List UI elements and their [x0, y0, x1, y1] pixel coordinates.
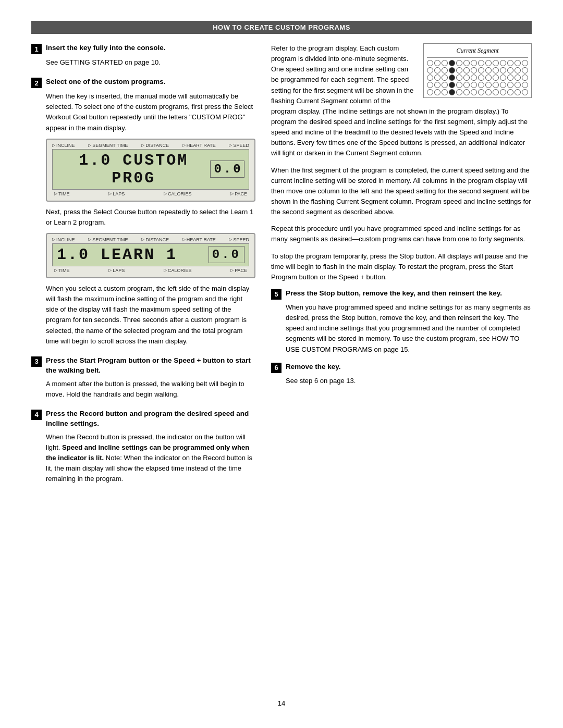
cs-cell-0-2 — [442, 60, 448, 66]
cs-cell-3-1 — [434, 82, 440, 88]
right-column: Current Segment Refer to the program dis… — [271, 43, 532, 684]
step-4-block: 4 Press the Record button and program th… — [31, 409, 255, 484]
step-4-title-row: 4 Press the Record button and program th… — [31, 409, 255, 429]
cs-cell-0-12 — [515, 60, 521, 66]
step-2-text-2: Next, press the Select Course button rep… — [46, 207, 255, 228]
cs-cell-2-0 — [427, 75, 433, 81]
step-2-block: 2 Select one of the custom programs. Whe… — [31, 77, 255, 347]
cs-cell-3-4 — [456, 82, 462, 88]
right-para-4-text: To stop the program temporarily, press t… — [271, 252, 528, 281]
cs-cell-3-3 — [449, 82, 455, 88]
step-5-number: 5 — [271, 289, 282, 300]
step-2-title-row: 2 Select one of the custom programs. — [31, 77, 255, 88]
cs-cell-2-1 — [434, 75, 440, 81]
lcd1-main-text: 1.0 CUSTOM PR0G — [57, 152, 210, 187]
cs-cell-1-11 — [507, 67, 513, 73]
step-4-text: When the Record button is pressed, the i… — [46, 432, 255, 485]
cs-cell-3-5 — [463, 82, 470, 88]
step-2-text: When the key is inserted, the manual mod… — [46, 91, 255, 133]
lcd2-label-incline: INCLINE — [52, 237, 75, 242]
current-segment-display: Current Segment — [423, 43, 532, 98]
cs-cell-3-2 — [442, 82, 448, 88]
step-3-title: Press the Start Program button or the Sp… — [46, 356, 255, 376]
cs-cell-4-11 — [507, 89, 513, 95]
step-2-body-2: Next, press the Select Course button rep… — [46, 207, 255, 228]
cs-cell-1-7 — [478, 67, 484, 73]
step-1-number: 1 — [31, 44, 42, 54]
page-number: 14 — [31, 694, 532, 707]
cs-cell-2-4 — [456, 75, 462, 81]
cs-cell-3-11 — [507, 82, 513, 88]
cs-cell-4-1 — [434, 89, 440, 95]
step-3-block: 3 Press the Start Program button or the … — [31, 356, 255, 400]
lcd1-label-incline: INCLINE — [52, 143, 75, 148]
step-6-number: 6 — [271, 363, 282, 373]
step-3-title-row: 3 Press the Start Program button or the … — [31, 356, 255, 376]
cs-cell-1-3 — [449, 67, 455, 73]
cs-cell-1-6 — [471, 67, 477, 73]
cs-cell-2-2 — [442, 75, 448, 81]
step-2-number: 2 — [31, 78, 42, 88]
lcd-panel-1: INCLINE SEGMENT TIME DISTANCE HEART RATE… — [46, 139, 255, 202]
step-5-text: When you have programmed speed and incli… — [286, 302, 532, 355]
lcd2-label-distance: DISTANCE — [141, 237, 169, 242]
lcd2-main-display: 1.0 LEARN 1 0.0 — [52, 243, 249, 266]
lcd1-main-display: 1.0 CUSTOM PR0G 0.0 — [52, 149, 249, 190]
step-2-body: When the key is inserted, the manual mod… — [46, 91, 255, 133]
cs-cell-0-5 — [463, 60, 470, 66]
lcd1-label-pace: PACE — [230, 191, 247, 196]
cs-cell-1-9 — [493, 67, 499, 73]
lcd1-label-calories: CALORIES — [164, 191, 192, 196]
step-5-block: 5 Press the Stop button, remove the key,… — [271, 289, 532, 355]
step-4-body: When the Record button is pressed, the i… — [46, 432, 255, 485]
step-3-number: 3 — [31, 356, 42, 367]
cs-cell-2-9 — [493, 75, 499, 81]
cs-cell-4-8 — [485, 89, 492, 95]
lcd2-label-hr: HEART RATE — [182, 237, 216, 242]
cs-cell-0-11 — [507, 60, 513, 66]
cs-cell-1-0 — [427, 67, 433, 73]
lcd-panel-2: INCLINE SEGMENT TIME DISTANCE HEART RATE… — [46, 233, 255, 278]
right-para-3: Repeat this procedure until you have pro… — [271, 224, 532, 244]
lcd1-label-time: TIME — [54, 191, 70, 196]
right-para-3-text: Repeat this procedure until you have pro… — [271, 225, 525, 243]
cs-cell-4-7 — [478, 89, 484, 95]
cs-row-4 — [427, 89, 528, 95]
lcd2-label-segtime: SEGMENT TIME — [88, 237, 128, 242]
cs-cell-4-10 — [500, 89, 506, 95]
step-3-body: A moment after the button is pressed, th… — [46, 379, 255, 400]
step-6-title: Remove the key. — [286, 362, 341, 372]
step-6-title-row: 6 Remove the key. — [271, 362, 532, 373]
cs-cell-1-13 — [522, 67, 528, 73]
cs-cell-4-4 — [456, 89, 462, 95]
cs-cell-4-9 — [493, 89, 499, 95]
page: HOW TO CREATE CUSTOM PROGRAMS 1 Insert t… — [0, 0, 563, 728]
cs-cell-2-13 — [522, 75, 528, 81]
lcd2-bottom-labels: TIME LAPS CALORIES PACE — [52, 268, 249, 273]
cs-cell-2-10 — [500, 75, 506, 81]
lcd1-top-labels: INCLINE SEGMENT TIME DISTANCE HEART RATE… — [52, 143, 249, 148]
cs-cell-0-0 — [427, 60, 433, 66]
cs-cell-2-8 — [485, 75, 492, 81]
cs-cell-1-10 — [500, 67, 506, 73]
lcd2-top-labels: INCLINE SEGMENT TIME DISTANCE HEART RATE… — [52, 237, 249, 242]
cs-cell-3-7 — [478, 82, 484, 88]
step-4-number: 4 — [31, 410, 42, 420]
cs-cell-0-3 — [449, 60, 455, 66]
step-5-title: Press the Stop button, remove the key, a… — [286, 289, 502, 299]
cs-cell-4-12 — [515, 89, 521, 95]
cs-cell-4-3 — [449, 89, 455, 95]
step-2-title: Select one of the custom programs. — [46, 77, 166, 87]
cs-cell-0-10 — [500, 60, 506, 66]
step-5-title-row: 5 Press the Stop button, remove the key,… — [271, 289, 532, 300]
step-5-body: When you have programmed speed and incli… — [286, 302, 532, 355]
lcd2-right-box: 0.0 — [209, 246, 244, 263]
cs-cell-0-7 — [478, 60, 484, 66]
lcd1-label-speed: SPEED — [229, 143, 249, 148]
cs-cell-2-6 — [471, 75, 477, 81]
cs-cell-3-10 — [500, 82, 506, 88]
cs-cell-4-0 — [427, 89, 433, 95]
cs-cell-0-13 — [522, 60, 528, 66]
cs-cell-2-11 — [507, 75, 513, 81]
right-para-2-text: When the first segment of the program is… — [271, 166, 531, 216]
